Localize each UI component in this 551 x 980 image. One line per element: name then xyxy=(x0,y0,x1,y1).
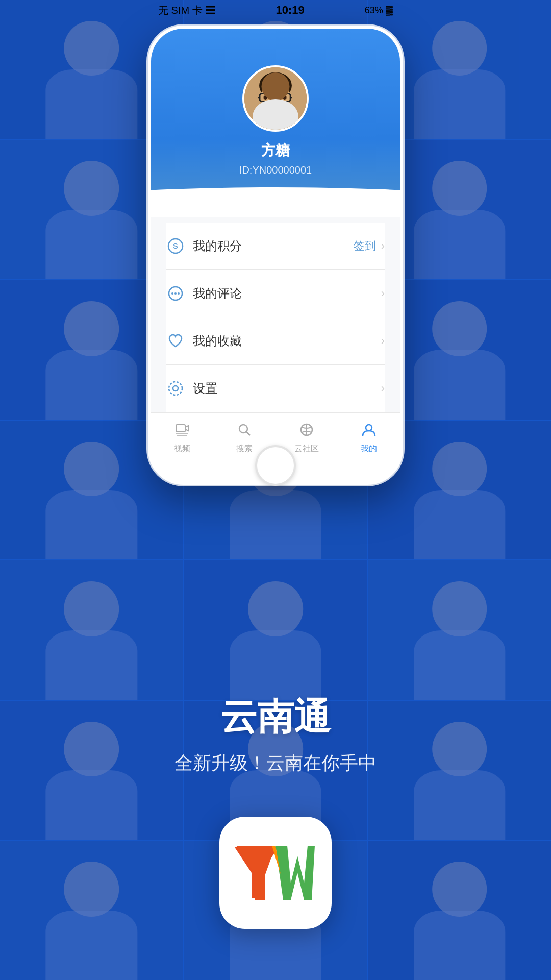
svg-rect-0 xyxy=(244,67,307,130)
menu-list: S 我的积分 签到 › xyxy=(151,217,400,412)
svg-rect-12 xyxy=(271,112,281,124)
search-tab-label: 搜索 xyxy=(236,444,253,454)
svg-point-18 xyxy=(178,292,180,295)
svg-point-16 xyxy=(171,292,173,295)
svg-point-19 xyxy=(173,386,178,391)
svg-point-20 xyxy=(169,382,182,395)
heart-icon xyxy=(166,332,185,350)
menu-right-settings: › xyxy=(381,382,385,395)
settings-label: 设置 xyxy=(193,380,217,397)
points-icon: S xyxy=(166,237,185,255)
yw-logo xyxy=(232,840,319,906)
home-button[interactable] xyxy=(255,445,296,486)
menu-item-settings[interactable]: 设置 › xyxy=(166,365,385,412)
time-display: 10:19 xyxy=(276,4,304,17)
app-icon xyxy=(219,817,332,929)
community-tab-icon xyxy=(299,423,314,440)
avatar xyxy=(242,65,309,132)
search-tab-icon xyxy=(237,423,252,440)
status-bar: 无 SIM 卡 ☰ 10:19 63% ▓ xyxy=(148,0,403,20)
menu-item-points[interactable]: S 我的积分 签到 › xyxy=(166,223,385,270)
menu-right-comments: › xyxy=(381,287,385,300)
menu-item-favorites[interactable]: 我的收藏 › xyxy=(166,317,385,365)
settings-icon xyxy=(166,379,185,398)
svg-text:S: S xyxy=(173,242,178,250)
app-promo: 云南通 全新升级！云南在你手中 xyxy=(0,693,551,776)
app-title: 云南通 xyxy=(0,693,551,742)
battery-text: 63% xyxy=(365,5,383,16)
videos-tab-label: 视频 xyxy=(174,444,190,454)
profile-header: 方糖 ID:YN00000001 xyxy=(151,29,400,212)
videos-tab-icon xyxy=(175,423,189,440)
community-tab-label: 云社区 xyxy=(294,444,319,454)
points-label: 我的积分 xyxy=(193,238,242,254)
carrier-text: 无 SIM 卡 ☰ xyxy=(158,4,215,17)
checkin-text[interactable]: 签到 xyxy=(354,238,376,254)
user-name: 方糖 xyxy=(261,141,290,160)
svg-point-10 xyxy=(273,102,278,106)
tab-videos[interactable]: 视频 xyxy=(151,413,213,463)
menu-item-left: 设置 xyxy=(166,379,217,398)
chevron-icon: › xyxy=(381,239,385,253)
mine-tab-icon xyxy=(362,423,376,440)
battery-icon: ▓ xyxy=(386,5,393,16)
menu-right-favorites: › xyxy=(381,334,385,348)
svg-rect-21 xyxy=(176,425,185,432)
comment-icon xyxy=(166,284,185,303)
user-id: ID:YN00000001 xyxy=(239,164,312,176)
phone-frame: 方糖 ID:YN00000001 S xyxy=(148,26,403,485)
chevron-icon: › xyxy=(381,382,385,395)
svg-point-17 xyxy=(174,292,177,295)
svg-point-28 xyxy=(366,425,372,431)
menu-content: S 我的积分 签到 › xyxy=(151,212,400,463)
avatar-image xyxy=(244,67,307,130)
tab-mine[interactable]: 我的 xyxy=(338,413,400,463)
battery-indicator: 63% ▓ xyxy=(365,5,393,16)
svg-point-9 xyxy=(283,95,287,100)
mine-tab-label: 我的 xyxy=(361,444,377,454)
menu-item-left: S 我的积分 xyxy=(166,237,242,255)
menu-item-left: 我的收藏 xyxy=(166,332,242,350)
favorites-label: 我的收藏 xyxy=(193,333,242,349)
phone-inner: S 我的积分 签到 › xyxy=(151,217,400,463)
svg-point-8 xyxy=(264,95,268,100)
svg-line-25 xyxy=(246,432,250,435)
svg-rect-11 xyxy=(254,122,297,129)
comments-label: 我的评论 xyxy=(193,285,242,302)
menu-item-comments[interactable]: 我的评论 › xyxy=(166,270,385,317)
chevron-icon: › xyxy=(381,287,385,300)
menu-right-points: 签到 › xyxy=(354,238,385,254)
phone-mockup: 方糖 ID:YN00000001 S xyxy=(148,26,403,485)
menu-item-left: 我的评论 xyxy=(166,284,242,303)
svg-point-2 xyxy=(261,80,290,112)
app-subtitle: 全新升级！云南在你手中 xyxy=(0,751,551,776)
svg-point-24 xyxy=(239,425,247,433)
chevron-icon: › xyxy=(381,334,385,348)
